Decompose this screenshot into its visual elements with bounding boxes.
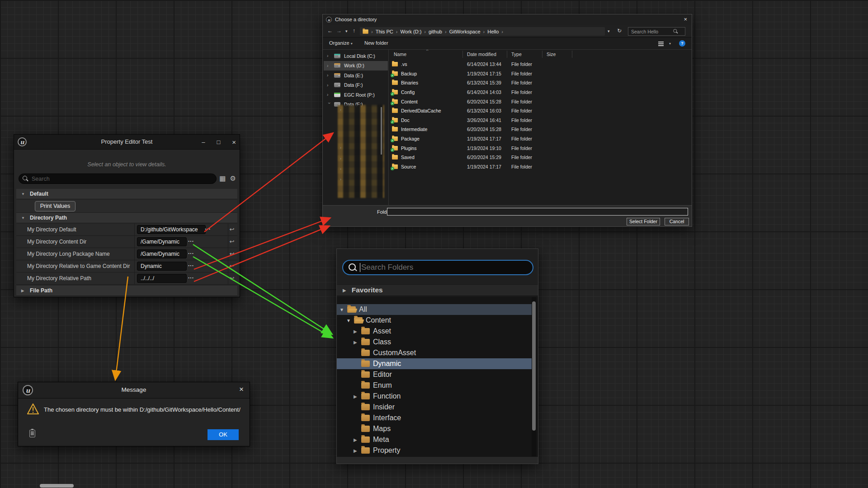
column-header-type[interactable]: Type (511, 52, 522, 57)
reset-to-default-icon[interactable]: ↩ (228, 226, 236, 233)
sidebar-item-egc-root-p[interactable]: › EGC Root (P:) (324, 90, 388, 99)
chevron-right-icon[interactable]: › (327, 73, 331, 78)
expand-arrow-icon[interactable]: ▶ (343, 288, 346, 293)
up-icon[interactable]: ↑ (353, 28, 355, 34)
tree-scrollbar-thumb[interactable] (532, 301, 536, 431)
tree-item-property[interactable]: ▶Property (337, 445, 532, 456)
expand-arrow-icon[interactable]: ▼ (21, 192, 26, 196)
tree-item-all[interactable]: ▼All (337, 304, 532, 315)
tree-item-insider[interactable]: ▶Insider (337, 402, 532, 413)
expand-arrow-icon[interactable]: ▼ (346, 318, 354, 323)
minimize-button[interactable]: – (202, 139, 205, 145)
favorites-section-header[interactable]: ▶ Favorites (337, 284, 538, 296)
browse-ellipsis-button[interactable]: ... (188, 237, 194, 243)
breadcrumb-item[interactable]: GitWorkspace (449, 29, 481, 34)
tree-item-function[interactable]: ▶Function (337, 391, 532, 402)
close-button[interactable]: × (684, 16, 687, 23)
tree-item-asset[interactable]: ▶Asset (337, 326, 532, 337)
folder-search-box[interactable] (342, 260, 533, 275)
tree-item-meta[interactable]: ▶Meta (337, 434, 532, 445)
property-value-field[interactable]: Dynamic (137, 262, 187, 271)
sidebar-item-local-disk-c[interactable]: › Local Disk (C:) (324, 51, 388, 61)
column-header-size[interactable]: Size (547, 52, 556, 57)
dialog-search-input[interactable] (628, 29, 672, 34)
expand-arrow-icon[interactable]: ▶ (354, 329, 361, 334)
organize-menu[interactable]: Organize ▾ (329, 40, 353, 46)
print-values-button[interactable]: Print Values (35, 201, 75, 211)
property-editor-titlebar[interactable]: u Property Editor Test – □ × (14, 135, 240, 150)
expand-arrow-icon[interactable]: ▶ (354, 437, 361, 442)
sidebar-item-work-d[interactable]: › Work (D:) (324, 61, 388, 70)
property-value-field[interactable]: D:/github/GitWorkspace (137, 225, 206, 234)
category-default[interactable]: ▼ Default (16, 189, 237, 199)
tree-item-dynamic-selected[interactable]: ▶Dynamic (337, 358, 532, 369)
property-search-box[interactable] (19, 174, 217, 184)
breadcrumb-item[interactable]: github (429, 29, 442, 34)
chevron-down-icon[interactable]: › (327, 102, 332, 107)
breadcrumb-item[interactable]: This PC (376, 29, 393, 34)
folder-search-input[interactable] (361, 263, 524, 272)
tree-item-interface[interactable]: ▶Interface (337, 413, 532, 423)
file-row[interactable]: ✓Backup1/19/2024 17:15File folder (389, 69, 691, 79)
ok-button[interactable]: OK (208, 429, 239, 440)
tree-item-enum[interactable]: ▶Enum (337, 380, 532, 391)
category-directory-path[interactable]: ▼ Directory Path (16, 213, 237, 223)
tree-item-content[interactable]: ▼Content (337, 315, 532, 326)
column-header-name[interactable]: Name (394, 52, 406, 57)
sidebar-item-data-e[interactable]: › Data (E:) (324, 70, 388, 80)
reset-to-default-icon[interactable]: ↩ (228, 263, 236, 269)
copy-to-clipboard-icon[interactable] (29, 430, 35, 437)
file-row[interactable]: Saved6/20/2024 15:29File folder (389, 153, 691, 162)
tree-item-maps[interactable]: ▶Maps (337, 423, 532, 434)
back-icon[interactable]: ← (327, 28, 333, 34)
view-mode-icon[interactable] (658, 42, 664, 42)
column-header-date[interactable]: Date modified (467, 52, 496, 57)
category-file-path[interactable]: ▶ File Path (16, 286, 237, 296)
view-dropdown-icon[interactable]: ▾ (669, 42, 671, 46)
select-folder-button[interactable]: Select Folder (627, 218, 660, 225)
history-dropdown-icon[interactable]: ▾ (345, 29, 348, 33)
file-row[interactable]: ✓Doc3/26/2024 16:41File folder (389, 116, 691, 125)
refresh-icon[interactable]: ↻ (617, 28, 622, 34)
help-icon[interactable]: ? (679, 40, 685, 47)
file-row[interactable]: ✓Source1/19/2024 17:17File folder (389, 162, 691, 172)
sidebar-item-data-f[interactable]: › Data (F:) (324, 80, 388, 90)
new-folder-button[interactable]: New folder (364, 40, 388, 46)
chevron-right-icon[interactable]: › (327, 83, 331, 88)
message-titlebar[interactable]: u Message × (18, 382, 250, 399)
tree-item-class[interactable]: ▶Class (337, 337, 532, 347)
chevron-right-icon[interactable]: › (327, 63, 331, 68)
display-options-icon[interactable]: ▦ (219, 174, 226, 183)
close-button[interactable]: × (239, 385, 244, 394)
file-row[interactable]: DerivedDataCache6/13/2024 16:03File fold… (389, 106, 691, 116)
expand-arrow-icon[interactable]: ▶ (354, 340, 361, 345)
breadcrumb-item[interactable]: Work (D:) (400, 29, 421, 34)
browse-ellipsis-button[interactable]: ... (205, 225, 211, 231)
close-button[interactable]: × (232, 138, 236, 146)
expand-arrow-icon[interactable]: ▶ (21, 289, 26, 293)
file-row[interactable]: Binaries6/13/2024 15:39File folder (389, 78, 691, 88)
chevron-right-icon[interactable]: › (327, 92, 331, 97)
address-dropdown-icon[interactable]: ▾ (608, 29, 610, 33)
breadcrumb[interactable]: › This PC › Work (D:) › github › GitWork… (360, 27, 605, 36)
expand-arrow-icon[interactable]: ▶ (354, 448, 361, 453)
file-row[interactable]: ✓Package1/19/2024 17:17File folder (389, 134, 691, 144)
reset-to-default-icon[interactable]: ↩ (228, 238, 236, 245)
breadcrumb-item[interactable]: Hello (487, 29, 499, 34)
property-value-field[interactable]: ../../../ (137, 274, 187, 283)
reset-to-default-icon[interactable]: ↩ (228, 250, 236, 257)
file-row[interactable]: ✓Content6/20/2024 15:28File folder (389, 97, 691, 107)
dialog-search-box[interactable] (628, 27, 685, 36)
browse-ellipsis-button[interactable]: ... (188, 249, 194, 255)
browse-ellipsis-button[interactable]: ... (188, 261, 194, 267)
tree-item-editor[interactable]: ▶Editor (337, 369, 532, 380)
file-row[interactable]: .vs6/14/2024 13:44File folder (389, 60, 691, 69)
file-row[interactable]: ✓Config6/14/2024 14:03File folder (389, 88, 691, 97)
horizontal-scrollbar[interactable] (40, 484, 74, 488)
settings-gear-icon[interactable]: ⚙ (230, 174, 236, 183)
expand-arrow-icon[interactable]: ▼ (21, 216, 26, 220)
browse-ellipsis-button[interactable]: ... (188, 273, 194, 280)
chevron-right-icon[interactable]: › (327, 53, 331, 58)
dialog-titlebar[interactable]: u Choose a directory × (323, 14, 692, 25)
expand-arrow-icon[interactable]: ▼ (340, 307, 347, 312)
